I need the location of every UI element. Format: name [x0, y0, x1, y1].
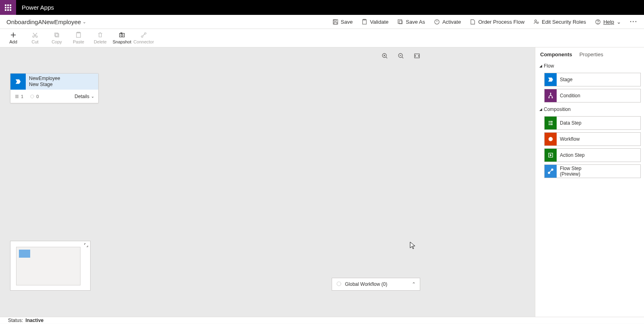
flow-name-label: OnboardingANewEmployee	[6, 18, 81, 25]
connector-icon	[140, 32, 147, 38]
saveas-label: Save As	[406, 19, 425, 25]
svg-point-7	[535, 20, 537, 22]
stage-footer: 1 0 Details ⌄	[10, 90, 98, 103]
svg-point-10	[598, 23, 598, 23]
save-icon	[332, 19, 339, 25]
chevron-down-icon: ⌄	[91, 94, 94, 98]
save-button[interactable]: Save	[332, 19, 353, 25]
camera-icon	[119, 32, 125, 38]
snapshot-tool[interactable]: Snapshot	[111, 32, 133, 44]
help-label: Help	[603, 19, 614, 25]
group-flow-toggle[interactable]: ◢ Flow	[539, 62, 641, 70]
chevron-down-icon: ⌄	[83, 19, 86, 25]
component-workflow[interactable]: Workflow	[544, 132, 641, 146]
component-action-step[interactable]: Action Step	[544, 148, 641, 162]
minimap[interactable]	[10, 241, 91, 291]
svg-rect-5	[398, 19, 402, 23]
order-label: Order Process Flow	[478, 19, 524, 25]
svg-rect-17	[120, 33, 124, 37]
document-icon	[470, 19, 476, 25]
chevron-down-icon: ⌄	[617, 19, 621, 25]
expand-icon	[84, 243, 89, 248]
fit-icon	[414, 53, 420, 59]
trash-icon	[97, 32, 103, 38]
copy-tool[interactable]: Copy	[46, 32, 68, 44]
delete-tool[interactable]: Delete	[89, 32, 111, 44]
status-bar: Status: Inactive	[0, 317, 644, 324]
paste-tool[interactable]: Paste	[68, 32, 89, 44]
condition-icon	[545, 89, 557, 102]
svg-point-26	[337, 282, 341, 286]
component-stage[interactable]: Stage	[544, 73, 641, 86]
zoom-in-button[interactable]	[380, 51, 389, 60]
add-tool[interactable]: Add	[2, 32, 24, 44]
stage-header: NewEmployee New Stage	[10, 74, 98, 90]
paste-label: Paste	[73, 39, 84, 44]
edit-security-button[interactable]: Edit Security Roles	[533, 19, 586, 25]
svg-rect-15	[76, 33, 80, 37]
group-composition-toggle[interactable]: ◢ Composition	[539, 105, 641, 114]
cut-label: Cut	[31, 39, 38, 44]
minimap-stage-icon	[19, 250, 30, 258]
connector-label: Connector	[134, 39, 154, 44]
workflow-dot-icon	[30, 94, 35, 99]
command-bar: Save Validate Save As Activate Order Pro…	[332, 18, 638, 25]
group-flow-label: Flow	[544, 63, 554, 69]
saveas-button[interactable]: Save As	[397, 19, 425, 25]
connector-tool[interactable]: Connector	[133, 32, 155, 44]
cut-tool[interactable]: Cut	[24, 32, 46, 44]
app-launcher-button[interactable]	[0, 0, 16, 15]
activate-label: Activate	[442, 19, 461, 25]
list-icon	[14, 94, 19, 99]
svg-point-18	[121, 34, 123, 36]
fit-to-screen-button[interactable]	[413, 51, 421, 60]
workflow-icon	[336, 281, 342, 288]
chevron-up-icon[interactable]: ⌃	[412, 281, 416, 287]
order-process-button[interactable]: Order Process Flow	[470, 19, 524, 25]
global-workflow-bar[interactable]: Global Workflow (0) ⌃	[332, 278, 420, 291]
stage-entity-label: NewEmployee	[29, 76, 60, 82]
help-button[interactable]: Help ⌄	[595, 19, 621, 25]
copy-icon	[54, 32, 60, 38]
group-composition: ◢ Composition Data Step Workflow Action …	[539, 105, 641, 178]
tab-components[interactable]: Components	[540, 51, 572, 57]
security-label: Edit Security Roles	[542, 19, 586, 25]
validate-button[interactable]: Validate	[361, 19, 388, 25]
minimap-viewport	[16, 247, 80, 285]
svg-rect-35	[550, 124, 553, 125]
activate-button[interactable]: Activate	[434, 19, 461, 25]
stage-chevron-icon	[10, 74, 26, 90]
zoom-controls	[380, 51, 421, 60]
svg-rect-2	[334, 22, 337, 24]
minimap-expand-button[interactable]	[84, 243, 89, 249]
save-label: Save	[341, 19, 353, 25]
stage-card[interactable]: NewEmployee New Stage 1 0 Details ⌄	[10, 73, 99, 103]
scissors-icon	[32, 32, 38, 38]
component-flow-step[interactable]: Flow Step (Preview)	[544, 164, 641, 178]
svg-point-28	[549, 97, 550, 98]
stage-titles: NewEmployee New Stage	[26, 76, 60, 88]
component-workflow-label: Workflow	[557, 136, 580, 142]
flow-name-dropdown[interactable]: OnboardingANewEmployee ⌄	[6, 18, 86, 25]
component-flow-step-label: Flow Step (Preview)	[557, 166, 581, 177]
flow-step-icon	[545, 165, 557, 178]
validate-label: Validate	[370, 19, 388, 25]
svg-point-21	[144, 33, 146, 34]
panel-tabs: Components Properties	[539, 51, 641, 57]
component-condition[interactable]: Condition	[544, 89, 641, 103]
activate-icon	[434, 19, 440, 25]
zoom-out-button[interactable]	[396, 51, 405, 60]
stage-details-toggle[interactable]: Details ⌄	[74, 94, 94, 99]
add-label: Add	[9, 39, 17, 44]
tab-properties[interactable]: Properties	[579, 51, 603, 57]
component-data-step[interactable]: Data Step	[544, 116, 641, 130]
clipboard-icon	[361, 19, 367, 25]
component-data-step-label: Data Step	[557, 120, 581, 126]
stage-icon	[545, 73, 557, 86]
triangle-down-icon: ◢	[539, 107, 542, 111]
svg-rect-31	[549, 123, 550, 123]
help-icon	[595, 19, 601, 25]
more-commands-button[interactable]: ···	[630, 18, 638, 25]
copy-label: Copy	[52, 39, 62, 44]
design-canvas[interactable]: NewEmployee New Stage 1 0 Details ⌄	[0, 47, 535, 317]
